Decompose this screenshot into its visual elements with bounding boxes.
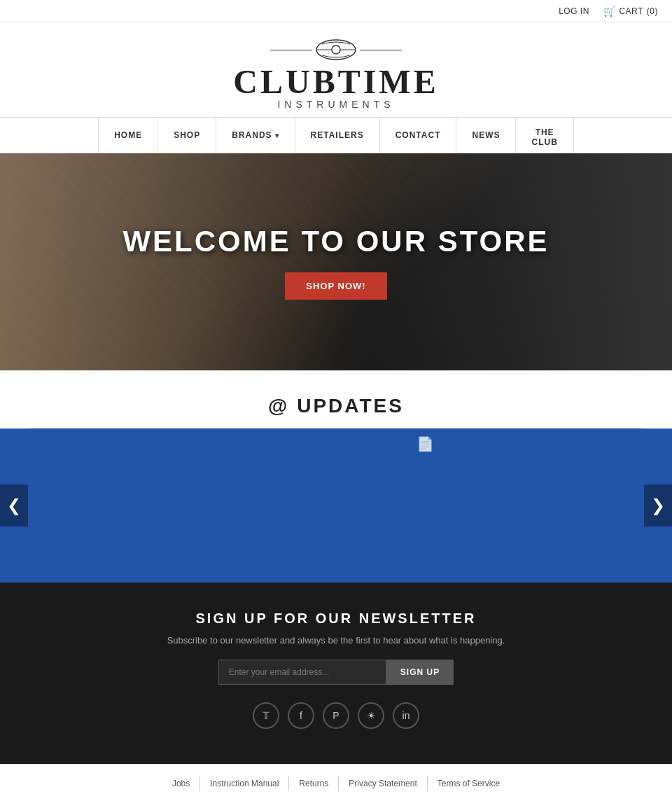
carousel-next-button[interactable]: ❯ — [644, 485, 672, 527]
email-input[interactable] — [218, 660, 386, 685]
carousel-inner: 📄 — [0, 429, 672, 583]
login-link[interactable]: LOG IN — [559, 6, 589, 16]
logo-wings — [270, 37, 402, 62]
nav-retailers[interactable]: RETAILERS — [295, 118, 380, 153]
social-icons-row: 𝕋 f P ☀ in — [14, 702, 658, 729]
footer: Jobs Instruction Manual Returns Privacy … — [0, 764, 672, 794]
linkedin-icon[interactable]: in — [393, 702, 419, 729]
logo-subtitle: INSTRUMENTS — [277, 99, 394, 110]
footer-privacy-link[interactable]: Privacy Statement — [339, 776, 427, 791]
footer-jobs-link[interactable]: Jobs — [162, 776, 200, 791]
nav-bar: HOME SHOP BRANDS ▾ RETAILERS CONTACT NEW… — [0, 117, 672, 153]
newsletter-section: SIGN UP FOR OUR NEWSLETTER Subscribe to … — [0, 583, 672, 764]
updates-section: @ UPDATES — [0, 370, 672, 429]
newsletter-form: SIGN UP — [14, 660, 658, 685]
nav-the-club[interactable]: THE CLUB — [516, 118, 573, 153]
logo-brand-name[interactable]: CLUBTIME — [233, 65, 438, 99]
twitter-icon[interactable]: 𝕋 — [253, 702, 279, 729]
sign-up-button[interactable]: SIGN UP — [386, 660, 454, 685]
footer-returns-link[interactable]: Returns — [289, 776, 339, 791]
hero-content: WELCOME TO OUR STORE SHOP NOW! — [122, 225, 549, 300]
right-wing — [360, 50, 402, 50]
hero-banner: WELCOME TO OUR STORE SHOP NOW! — [0, 153, 672, 370]
hero-title: WELCOME TO OUR STORE — [122, 225, 549, 258]
svg-point-1 — [332, 46, 340, 54]
newsletter-title: SIGN UP FOR OUR NEWSLETTER — [14, 611, 658, 627]
nav-news[interactable]: NEWS — [456, 118, 516, 153]
facebook-icon[interactable]: f — [288, 702, 314, 729]
cart-label: CART — [619, 6, 643, 16]
nav-contact[interactable]: CONTACT — [380, 118, 457, 153]
shop-now-button[interactable]: SHOP NOW! — [285, 272, 386, 300]
pinterest-icon[interactable]: P — [323, 702, 349, 729]
left-wing — [270, 50, 312, 50]
document-icon: 📄 — [416, 436, 434, 452]
nav-shop[interactable]: SHOP — [158, 118, 216, 153]
nav-brands[interactable]: BRANDS ▾ — [216, 118, 295, 153]
logo-container: CLUBTIME INSTRUMENTS — [233, 37, 438, 110]
cart-link[interactable]: 🛒 CART (0) — [603, 6, 658, 17]
cart-icon: 🛒 — [603, 6, 616, 17]
updates-carousel: ❮ 📄 ❯ — [0, 429, 672, 583]
nav-home[interactable]: HOME — [98, 118, 158, 153]
instagram-icon[interactable]: ☀ — [358, 702, 384, 729]
newsletter-subtitle: Subscribe to our newsletter and always b… — [14, 635, 658, 646]
footer-terms-link[interactable]: Terms of Service — [428, 776, 510, 791]
logo-emblem-svg — [315, 37, 357, 62]
logo-area: CLUBTIME INSTRUMENTS — [0, 23, 672, 117]
top-bar: LOG IN 🛒 CART (0) — [0, 0, 672, 23]
carousel-prev-button[interactable]: ❮ — [0, 485, 28, 527]
footer-instruction-manual-link[interactable]: Instruction Manual — [200, 776, 289, 791]
updates-title: @ UPDATES — [28, 384, 644, 428]
footer-links-row: Jobs Instruction Manual Returns Privacy … — [14, 776, 658, 791]
brands-dropdown-arrow: ▾ — [275, 132, 279, 139]
cart-count: (0) — [647, 6, 658, 16]
